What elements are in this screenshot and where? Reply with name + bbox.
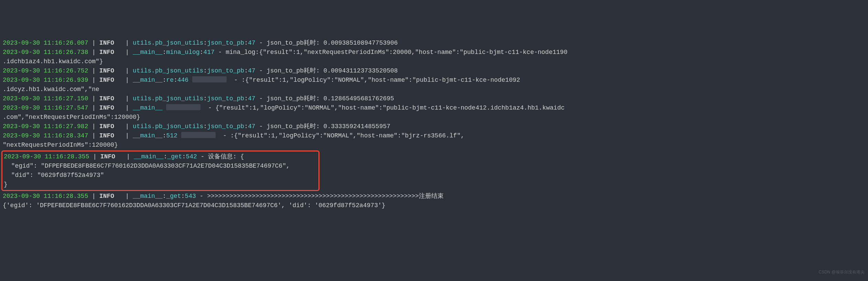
line-number: 512 [166,132,177,139]
log-line: 2023-09-30 11:16:28.355 | INFO | __main_… [4,152,317,161]
function-name: json_to_pb [207,40,244,46]
log-message: mina_log:{"result":1,"nextRequestPeriodI… [226,49,567,56]
module-name: utils.pb_json_utils [133,123,203,130]
device-info-body: "did": "0629fd87f52a4973" [4,171,317,180]
log-level: INFO [99,104,114,111]
log-line: 2023-09-30 11:16:26.752 | INFO | utils.p… [3,66,865,76]
module-name: __main__ [133,49,162,56]
log-line-continuation: "nextRequestPeriodInMs":120000} [3,140,865,150]
function-name: mina_ulog [166,49,199,56]
log-level: INFO [99,123,114,130]
line-number: 47 [248,67,256,74]
timestamp: 2023-09-30 11:16:27.150 [3,95,88,102]
log-message-continuation: .idcyz.hb1.kwaidc.com","ne [3,86,99,93]
final-dict-output: {'egid': 'DFPEFBEDE8FB8E6C7F760162D3DDA0… [3,201,865,210]
redacted-smudge [181,132,216,138]
log-message: :{"result":1,"logPolicy":"NORMAL","host-… [230,132,465,139]
device-info-body: } [4,180,317,189]
log-level: INFO [99,49,114,56]
line-number: 47 [248,40,256,46]
timestamp: 2023-09-30 11:16:28.355 [4,153,89,160]
log-message-continuation: .idchb1az4.hb1.kwaidc.com"} [3,58,103,65]
line-number: 47 [248,123,256,130]
module-name: utils.pb_json_utils [133,95,203,102]
log-level: INFO [99,67,114,74]
log-message: json_to_pb耗时: 0.3333592414855957 [267,123,390,130]
line-number: 417 [203,49,214,56]
module-name: __main__ [133,132,162,139]
log-output: 2023-09-30 11:16:26.007 | INFO | utils.p… [3,38,865,210]
timestamp: 2023-09-30 11:16:26.939 [3,77,88,83]
log-message-continuation: "nextRequestPeriodInMs":120000} [3,142,118,148]
log-level: INFO [99,132,114,139]
log-line: 2023-09-30 11:16:27.150 | INFO | utils.p… [3,94,865,103]
log-level: INFO [99,95,114,102]
log-message: json_to_pb耗时: 0.12865495681762695 [267,95,394,102]
log-level: INFO [100,153,115,160]
log-line: 2023-09-30 11:16:27.982 | INFO | utils.p… [3,122,865,131]
module-name: utils.pb_json_utils [133,67,203,74]
timestamp: 2023-09-30 11:16:28.355 [3,193,88,200]
log-message: {"result":1,"logPolicy":"NORMAL","host-n… [216,104,565,111]
timestamp: 2023-09-30 11:16:28.347 [3,132,88,139]
module-name: utils.pb_json_utils [133,40,203,46]
module-name: __main__ [133,193,162,200]
timestamp: 2023-09-30 11:16:27.982 [3,123,88,130]
line-number: 542 [186,153,197,160]
timestamp: 2023-09-30 11:16:26.752 [3,67,88,74]
log-line: 2023-09-30 11:16:26.007 | INFO | utils.p… [3,38,865,48]
log-line: 2023-09-30 11:16:26.738 | INFO | __main_… [3,48,865,57]
log-message: json_to_pb耗时: 0.009385108947753906 [267,40,398,46]
log-line: 2023-09-30 11:16:28.347 | INFO | __main_… [3,131,865,140]
function-name: json_to_pb [207,95,244,102]
line-number: 543 [185,193,196,200]
log-line-continuation: .idchb1az4.hb1.kwaidc.com"} [3,57,865,66]
module-name: __main__ [134,153,163,160]
module-name: __main__ [133,77,162,83]
log-line: 2023-09-30 11:16:26.939 | INFO | __main_… [3,76,865,85]
timestamp: 2023-09-30 11:16:27.547 [3,104,88,111]
line-number: 47 [248,95,256,102]
log-level: INFO [99,77,114,83]
function-name: json_to_pb [207,123,244,130]
highlighted-log-block: 2023-09-30 11:16:28.355 | INFO | __main_… [1,150,319,191]
log-line: 2023-09-30 11:16:27.547 | INFO | __main_… [3,103,865,113]
log-line: 2023-09-30 11:16:28.355 | INFO | __main_… [3,192,865,201]
log-level: INFO [99,193,114,200]
device-info-header: 设备信息: { [208,153,244,160]
function-name: _get [167,153,182,160]
function-name: _get [166,193,181,200]
log-message-continuation: .com","nextRequestPeriodInMs":120000} [3,114,140,121]
log-message: :{"result":1,"logPolicy":"NORMAL","host-… [241,77,520,83]
device-info-body: "egid": "DFPEFBEDE8FB8E6C7F760162D3DDA0A… [4,161,317,171]
function-name: re [166,77,174,83]
redacted-smudge [192,76,227,82]
function-name: json_to_pb [207,67,244,74]
watermark: CSDN @埃菲尔没有塔尖 [818,269,865,275]
register-end-message: >>>>>>>>>>>>>>>>>>>>>>>>>>>>>>>>>>>>>>>>… [207,193,444,200]
log-line-continuation: .idcyz.hb1.kwaidc.com","ne [3,85,865,94]
log-message: json_to_pb耗时: 0.009431123733520508 [267,67,398,74]
timestamp: 2023-09-30 11:16:26.007 [3,40,88,46]
log-level: INFO [99,40,114,46]
line-number: 446 [177,77,188,83]
log-line-continuation: .com","nextRequestPeriodInMs":120000} [3,113,865,122]
redacted-smudge [166,104,200,110]
module-name: __main__ [133,104,162,111]
timestamp: 2023-09-30 11:16:26.738 [3,49,88,56]
